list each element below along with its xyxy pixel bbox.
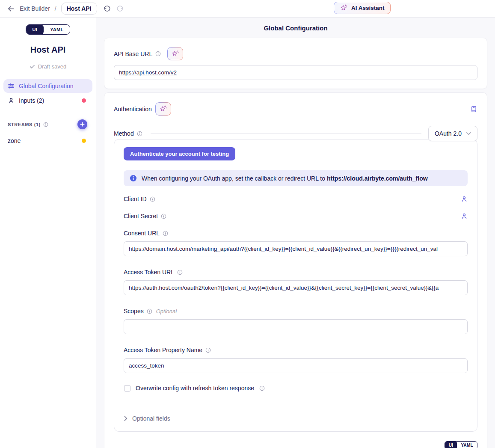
save-status-label: Draft saved [38, 63, 66, 70]
sidebar-item-stream-zone[interactable]: zone [3, 134, 92, 147]
overwrite-checkbox[interactable] [124, 385, 130, 392]
user-input-link-icon[interactable] [461, 196, 468, 202]
info-icon [137, 131, 142, 136]
ui-yaml-toggle[interactable]: UI YAML [26, 24, 71, 35]
info-icon [177, 270, 183, 275]
stream-status-dot [82, 139, 86, 143]
sidebar-item-inputs[interactable]: Inputs (2) [3, 94, 92, 107]
sliders-icon [8, 83, 15, 89]
ai-suggest-button[interactable] [155, 102, 171, 116]
overwrite-label: Overwrite config with refresh token resp… [136, 385, 254, 392]
stream-label: zone [8, 137, 21, 144]
callout-url: https://cloud.airbyte.com/auth_flow [327, 175, 428, 182]
toggle-ui[interactable]: UI [26, 25, 44, 34]
auth-method-value: OAuth 2.0 [435, 130, 462, 137]
api-base-url-card: API Base URL [104, 38, 487, 89]
main-panel: Global Configuration API Base URL [96, 18, 495, 448]
sparkle-icon [340, 4, 348, 12]
consent-url-row: Consent URL [124, 230, 468, 237]
save-status: Draft saved [0, 63, 96, 70]
breadcrumb: Exit Builder / Host API [7, 3, 97, 15]
breadcrumb-separator: / [55, 5, 56, 12]
streams-header-label: STREAMS (1) [8, 122, 41, 127]
optional-fields-toggle[interactable]: Optional fields [124, 415, 468, 422]
sidebar-nav: Global Configuration Inputs (2) [0, 79, 96, 107]
sidebar: UI YAML Host API Draft saved Global Conf… [0, 18, 96, 448]
info-icon [205, 347, 211, 353]
sparkle-icon [171, 50, 179, 58]
streams-header: STREAMS (1) [8, 119, 88, 129]
redo-icon[interactable] [116, 4, 124, 13]
divider [124, 405, 468, 405]
toggle-yaml[interactable]: YAML [44, 25, 70, 34]
exit-builder-link[interactable]: Exit Builder [20, 5, 50, 12]
token-property-input[interactable] [124, 358, 468, 373]
optional-fields-label: Optional fields [132, 415, 170, 422]
callout-text: When configuring your OAuth app, set the… [142, 175, 428, 182]
api-base-url-input[interactable] [114, 65, 477, 80]
access-token-url-input[interactable] [124, 280, 468, 295]
toggle-ui[interactable]: UI [445, 442, 457, 448]
ai-assistant-button[interactable]: AI Assistant [334, 2, 391, 14]
sidebar-item-label: Inputs (2) [19, 97, 44, 104]
overwrite-config-row: Overwrite config with refresh token resp… [124, 385, 468, 392]
sidebar-item-label: Global Configuration [19, 83, 74, 89]
chevron-down-icon [466, 132, 471, 135]
check-icon [30, 64, 35, 69]
oauth-config-group: Authenticate your account for testing Wh… [114, 139, 477, 432]
authentication-label: Authentication [114, 106, 152, 113]
scopes-label: Scopes [124, 308, 144, 314]
scopes-row: Scopes Optional [124, 308, 468, 314]
info-icon [161, 214, 166, 219]
token-property-label: Access Token Property Name [124, 347, 202, 353]
client-secret-row: Client Secret [124, 213, 468, 220]
optional-tag: Optional [156, 308, 177, 314]
info-icon [150, 196, 155, 202]
connector-title: Host API [0, 45, 96, 55]
undo-icon[interactable] [103, 4, 112, 13]
user-icon [8, 97, 15, 104]
info-icon [147, 309, 152, 314]
auth-method-dropdown[interactable]: OAuth 2.0 [428, 126, 477, 141]
user-input-link-icon[interactable] [461, 213, 468, 220]
sparkle-icon [159, 105, 167, 113]
access-token-url-row: Access Token URL [124, 269, 468, 276]
client-id-row: Client ID [124, 196, 468, 202]
connector-builder-app: Exit Builder / Host API [0, 0, 495, 448]
access-token-url-label: Access Token URL [124, 269, 174, 276]
method-label: Method [114, 130, 134, 137]
top-bar: Exit Builder / Host API [0, 0, 495, 18]
client-id-label: Client ID [124, 196, 147, 202]
history-buttons [103, 4, 124, 13]
info-icon [43, 122, 48, 127]
sidebar-item-global-configuration[interactable]: Global Configuration [3, 79, 92, 93]
back-arrow-icon[interactable] [7, 5, 15, 13]
docs-book-icon[interactable] [470, 105, 477, 113]
consent-url-input[interactable] [124, 241, 468, 256]
authentication-card: Authentication [104, 92, 487, 448]
authenticate-button[interactable]: Authenticate your account for testing [124, 147, 235, 160]
add-stream-button[interactable] [77, 119, 87, 129]
info-icon [259, 386, 265, 391]
chevron-right-icon [124, 416, 128, 421]
ai-assistant-label: AI Assistant [351, 5, 385, 11]
method-divider-line [151, 134, 421, 134]
scopes-input[interactable] [124, 319, 468, 334]
oauth-callout: When configuring your OAuth app, set the… [124, 170, 468, 186]
toggle-yaml[interactable]: YAML [457, 442, 477, 448]
info-icon [163, 231, 168, 236]
api-base-url-label: API Base URL [114, 50, 152, 57]
consent-url-label: Consent URL [124, 230, 160, 237]
inputs-status-dot [82, 98, 86, 103]
info-filled-icon [130, 175, 137, 182]
page-title: Global Configuration [96, 24, 495, 32]
token-property-row: Access Token Property Name [124, 347, 468, 353]
client-secret-label: Client Secret [124, 213, 158, 220]
card-ui-yaml-toggle[interactable]: UI YAML [445, 441, 477, 448]
ai-suggest-button[interactable] [167, 47, 183, 60]
connector-name-pill[interactable]: Host API [61, 3, 97, 15]
info-icon [155, 51, 161, 56]
